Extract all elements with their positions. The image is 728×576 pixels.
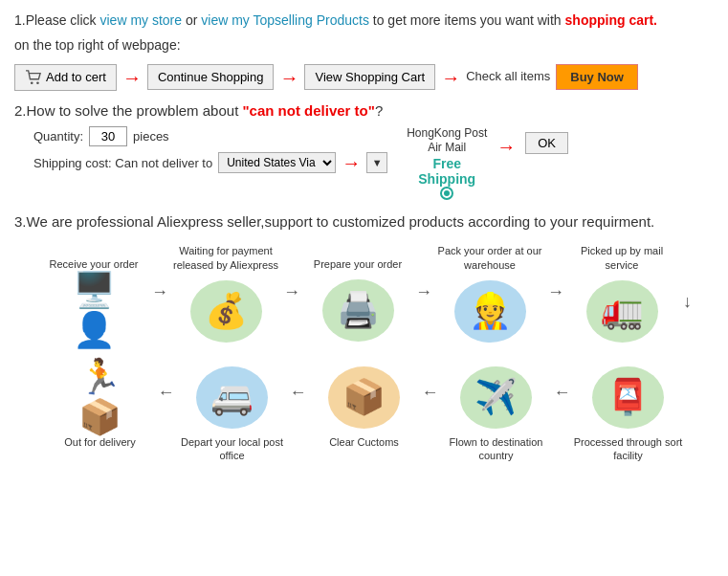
plane-icon: ✈️ xyxy=(460,366,532,429)
cannot-deliver-highlight: "can not deliver to" xyxy=(242,102,374,119)
flow-label-pack: Pack your order at our warehouse xyxy=(432,244,547,272)
flow-label-customs: Clear Cuctoms xyxy=(329,435,399,449)
flow-diagram: Receive your order 🖥️👤 → Waiting for pay… xyxy=(14,244,714,462)
arrow2: → xyxy=(279,62,298,93)
arrow-h4: → xyxy=(547,244,564,302)
truck-icon: 🚛 xyxy=(586,280,658,343)
flow-label-sort: Processed through sort facility xyxy=(571,435,686,463)
arrow-h2: → xyxy=(283,244,300,302)
cart-icon xyxy=(25,70,42,85)
flow-label-postoffice: Depart your local post office xyxy=(175,435,290,463)
section3-title: 3.We are professional Aliexpress seller,… xyxy=(14,211,714,233)
view-topselling-link[interactable]: view my Topselling Products xyxy=(201,12,369,28)
quantity-input[interactable] xyxy=(89,126,127,146)
shipping-cost-label: Shipping cost: Can not deliver to xyxy=(33,156,212,170)
flow-item-pickup: Picked up by mail service 🚛 xyxy=(564,244,679,344)
worker-icon: 👷 xyxy=(454,280,526,343)
ok-button[interactable]: OK xyxy=(525,132,568,154)
flow-label-payment: Waiting for payment released by Aliexpre… xyxy=(168,244,283,272)
quantity-label: Quantity: xyxy=(33,129,83,144)
continue-shopping-button[interactable]: Continue Shopping xyxy=(147,64,275,90)
arrow-ship: → xyxy=(342,152,361,174)
flow-icon-pickup: 🚛 xyxy=(584,277,660,344)
flow-label-receive: Receive your order xyxy=(50,244,139,271)
shipping-row: Quantity: pieces Shipping cost: Can not … xyxy=(33,126,714,200)
flow-icon-postoffice: 🚐 xyxy=(194,364,271,431)
flow-item-payment: Waiting for payment released by Aliexpre… xyxy=(168,244,283,344)
arrow-h3: → xyxy=(415,244,432,302)
section-3: 3.We are professional Aliexpress seller,… xyxy=(14,211,714,463)
dropdown-arrow-button[interactable]: ▼ xyxy=(366,152,387,173)
flow-item-pack: Pack your order at our warehouse 👷 xyxy=(432,244,547,344)
flow-icon-sort: 📮 xyxy=(590,364,667,431)
shopping-cart-highlight: shopping cart. xyxy=(565,12,657,28)
check-items-label: Check all items xyxy=(466,67,550,87)
free-shipping-box: HongKong PostAir Mail Free Shipping xyxy=(407,126,487,200)
arrow-ok: → xyxy=(496,126,516,158)
arrow3: → xyxy=(441,62,460,93)
shipping-cost-row: Shipping cost: Can not deliver to United… xyxy=(33,152,387,174)
arrow-h6: ← xyxy=(290,364,307,403)
printer-icon: 🖨️ xyxy=(322,279,394,342)
flow-item-customs: 📦 Clear Cuctoms xyxy=(307,364,422,449)
flow-label-plane: Flown to destination country xyxy=(439,435,554,463)
flow-label-prepare: Prepare your order xyxy=(314,244,402,271)
flow-label-pickup: Picked up by mail service xyxy=(564,244,679,272)
radio-inner xyxy=(444,190,450,196)
flow-item-postoffice: 🚐 Depart your local post office xyxy=(175,364,290,463)
flow-item-delivery: 🏃📦 Out for delivery xyxy=(43,364,158,449)
flow-icon-customs: 📦 xyxy=(326,364,403,431)
money-bag-icon: 💰 xyxy=(190,280,262,343)
view-store-link[interactable]: view my store xyxy=(99,12,182,28)
section1-sublabel: on the top right of webpage: xyxy=(14,34,714,55)
sort-facility-icon: 📮 xyxy=(592,366,664,429)
section-1: 1.Please click view my store or view my … xyxy=(14,10,714,93)
shipping-destination-select[interactable]: United States Via xyxy=(218,152,336,173)
flow-icon-prepare: 🖨️ xyxy=(320,277,396,343)
flow-item-receive: Receive your order 🖥️👤 xyxy=(36,244,151,343)
arrow1: → xyxy=(122,62,142,93)
flow-label-delivery: Out for delivery xyxy=(64,435,136,449)
section-2: 2.How to solve the prowblem about "can n… xyxy=(14,102,714,200)
hk-post-label: HongKong PostAir Mail xyxy=(407,126,487,156)
flow-top-row: Receive your order 🖥️👤 → Waiting for pay… xyxy=(14,244,714,344)
arrow-h7: ← xyxy=(422,364,439,403)
delivery-person-icon: 🏃📦 xyxy=(62,357,139,437)
shipping-details: Quantity: pieces Shipping cost: Can not … xyxy=(33,126,387,174)
arrow-h8: ← xyxy=(554,364,571,403)
flow-item-prepare: Prepare your order 🖨️ xyxy=(300,244,415,343)
section2-title: 2.How to solve the prowblem about "can n… xyxy=(14,102,714,119)
free-label: Free xyxy=(432,156,461,171)
view-cart-button[interactable]: View Shopping Cart xyxy=(304,64,435,90)
radio-button[interactable] xyxy=(440,187,453,200)
flow-icon-plane: ✈️ xyxy=(458,364,535,431)
customs-icon: 📦 xyxy=(328,366,400,429)
arrow-h5: ← xyxy=(158,364,175,403)
svg-point-1 xyxy=(36,81,39,84)
shipping-text: Shipping xyxy=(418,171,475,187)
flow-bottom-row: 🏃📦 Out for delivery ← 🚐 Depart your loca… xyxy=(14,364,714,463)
flow-icon-payment: 💰 xyxy=(188,277,264,344)
buy-now-button[interactable]: Buy Now xyxy=(556,64,638,90)
add-to-cart-button[interactable]: Add to cert xyxy=(14,64,117,91)
flow-item-sort: 📮 Processed through sort facility xyxy=(571,364,686,463)
quantity-row: Quantity: pieces xyxy=(33,126,387,146)
van-icon: 🚐 xyxy=(196,366,268,429)
arrow-h1: → xyxy=(151,244,168,302)
flow-icon-delivery: 🏃📦 xyxy=(62,364,139,431)
step-bar: Add to cert → Continue Shopping → View S… xyxy=(14,62,714,93)
flow-icon-receive: 🖥️👤 xyxy=(55,277,132,343)
flow-icon-pack: 👷 xyxy=(452,277,528,344)
computer-icon: 🖥️👤 xyxy=(55,270,132,350)
svg-point-0 xyxy=(31,81,33,84)
arrow-v-right: ↓ xyxy=(679,244,692,312)
pieces-label: pieces xyxy=(133,129,169,144)
flow-item-plane: ✈️ Flown to destination country xyxy=(439,364,554,463)
section1-text: 1.Please click view my store or view my … xyxy=(14,10,714,31)
